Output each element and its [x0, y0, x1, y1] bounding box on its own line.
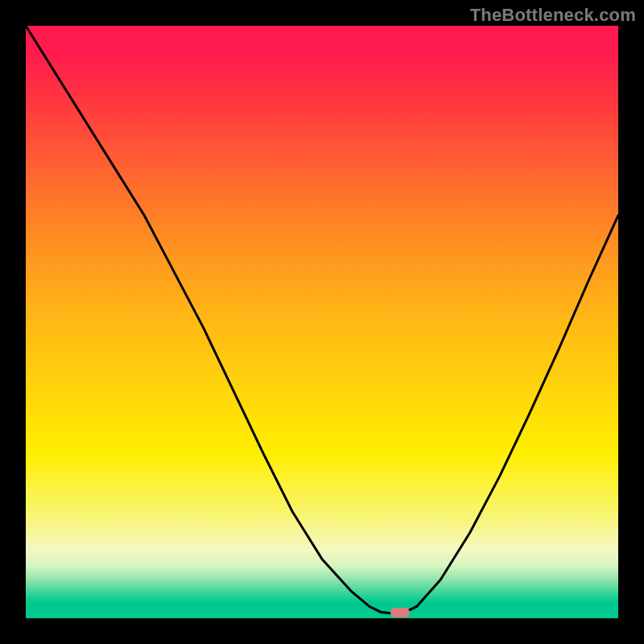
chart-stage: TheBottleneck.com — [0, 0, 644, 644]
background-gradient — [26, 26, 618, 618]
plot-area — [26, 26, 618, 618]
watermark-text: TheBottleneck.com — [470, 5, 636, 26]
